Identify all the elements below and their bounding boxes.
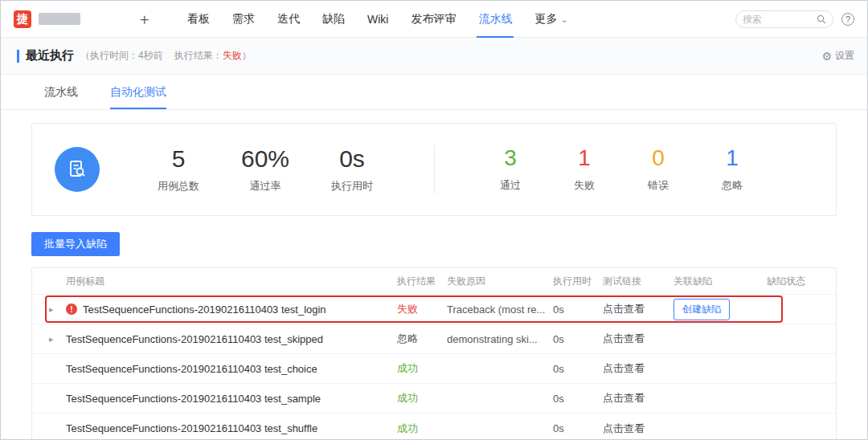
search-input[interactable] bbox=[743, 14, 810, 25]
case-title: TestSequenceFunctions-20190216110403 tes… bbox=[66, 422, 317, 434]
nav-item-release-review[interactable]: 发布评审 bbox=[409, 1, 457, 38]
column-test-link: 测试链接 bbox=[603, 275, 674, 288]
nav-item-iteration[interactable]: 迭代 bbox=[276, 1, 301, 38]
stat-total-cases: 5 用例总数 bbox=[149, 145, 207, 194]
execution-meta: （执行时间：4秒前执行结果：失败） bbox=[80, 49, 252, 63]
case-title-cell: TestSequenceFunctions-20190216110403 tes… bbox=[32, 422, 397, 434]
case-title-cell: TestSequenceFunctions-20190216110403 tes… bbox=[32, 393, 397, 405]
nav-menu: 看板 需求 迭代 缺陷 Wiki 发布评审 流水线 更多 ⌄ bbox=[176, 1, 579, 38]
view-test-link[interactable]: 点击查看 bbox=[603, 422, 674, 436]
nav-item-requirements[interactable]: 需求 bbox=[231, 1, 256, 38]
table-header-row: 用例标题 执行结果 失败原因 执行用时 测试链接 关联缺陷 缺陷状态 bbox=[32, 268, 836, 295]
meta-close: ） bbox=[242, 50, 252, 61]
related-defect-cell: 创建缺陷 bbox=[674, 299, 767, 320]
nav-item-defects[interactable]: 缺陷 bbox=[321, 1, 346, 38]
stat-label: 通过率 bbox=[236, 179, 294, 194]
expand-caret-icon[interactable]: ▸ bbox=[49, 304, 54, 315]
app-logo[interactable]: 捷 bbox=[14, 10, 31, 28]
duration-cell: 0s bbox=[553, 422, 603, 434]
table-row: TestSequenceFunctions-20190216110403 tes… bbox=[32, 384, 836, 414]
test-results-table: 用例标题 执行结果 失败原因 执行用时 测试链接 关联缺陷 缺陷状态 ▸ ! T… bbox=[31, 267, 837, 440]
stat-value: 1 bbox=[563, 146, 605, 171]
stats-totals: 5 用例总数 60% 通过率 0s 执行用时 bbox=[135, 145, 395, 194]
execution-result-value: 失败 bbox=[223, 50, 242, 61]
column-result: 执行结果 bbox=[397, 275, 447, 288]
result-cell: 失败 bbox=[397, 302, 447, 316]
case-title-cell: TestSequenceFunctions-20190216110403 tes… bbox=[32, 363, 397, 375]
duration-cell: 0s bbox=[553, 333, 603, 345]
test-report-icon bbox=[55, 147, 100, 192]
batch-import-defects-button[interactable]: 批量导入缺陷 bbox=[31, 232, 120, 256]
result-cell: 成功 bbox=[397, 391, 447, 405]
fail-reason-cell: demonstrating ski... bbox=[447, 333, 553, 345]
recent-execution-header: 最近执行 （执行时间：4秒前执行结果：失败） ⚙ 设置 bbox=[1, 38, 867, 75]
page-title: 最近执行 bbox=[26, 48, 74, 63]
project-name-redacted[interactable] bbox=[39, 13, 80, 25]
stat-value: 5 bbox=[149, 145, 207, 172]
stat-label: 忽略 bbox=[711, 178, 753, 193]
column-fail-reason: 失败原因 bbox=[447, 275, 553, 288]
search-icon bbox=[817, 14, 826, 24]
expand-caret-icon[interactable]: ▸ bbox=[49, 334, 54, 344]
stat-failed: 1 失败 bbox=[563, 146, 605, 193]
test-summary-card: 5 用例总数 60% 通过率 0s 执行用时 3 通过 1 失败 0 错误 1 … bbox=[31, 123, 837, 216]
stat-value: 1 bbox=[711, 146, 753, 171]
nav-item-wiki[interactable]: Wiki bbox=[366, 1, 390, 38]
search-box[interactable] bbox=[735, 10, 833, 28]
help-icon[interactable]: ? bbox=[841, 13, 854, 26]
view-test-link[interactable]: 点击查看 bbox=[603, 332, 674, 346]
top-navigation: 捷 ＋ 看板 需求 迭代 缺陷 Wiki 发布评审 流水线 更多 ⌄ ? bbox=[1, 1, 867, 38]
stats-divider bbox=[434, 145, 435, 194]
stat-label: 失败 bbox=[563, 178, 605, 193]
title-accent-bar bbox=[17, 50, 19, 63]
gear-icon: ⚙ bbox=[821, 50, 832, 63]
result-cell: 忽略 bbox=[397, 332, 447, 346]
view-test-link[interactable]: 点击查看 bbox=[603, 361, 674, 376]
column-defect-status: 缺陷状态 bbox=[767, 275, 836, 288]
stats-results: 3 通过 1 失败 0 错误 1 忽略 bbox=[473, 146, 769, 193]
stat-value: 3 bbox=[489, 146, 531, 171]
table-row: ▸ TestSequenceFunctions-20190216110403 t… bbox=[32, 324, 836, 354]
table-row: TestSequenceFunctions-20190216110403 tes… bbox=[32, 414, 836, 440]
settings-button[interactable]: ⚙ 设置 bbox=[821, 49, 854, 63]
create-button[interactable]: ＋ bbox=[137, 11, 152, 26]
nav-item-more-label: 更多 bbox=[534, 12, 557, 26]
duration-cell: 0s bbox=[553, 363, 603, 375]
result-cell: 成功 bbox=[397, 361, 447, 376]
stat-label: 错误 bbox=[637, 178, 679, 193]
fail-reason-cell: Traceback (most re... bbox=[447, 304, 553, 316]
settings-label: 设置 bbox=[835, 49, 854, 63]
duration-cell: 0s bbox=[553, 304, 603, 316]
stat-pass-rate: 60% 通过率 bbox=[236, 145, 294, 194]
stat-label: 用例总数 bbox=[149, 179, 207, 194]
tab-automated-testing[interactable]: 自动化测试 bbox=[110, 75, 166, 109]
create-defect-button[interactable]: 创建缺陷 bbox=[674, 299, 730, 320]
result-cell: 成功 bbox=[397, 422, 447, 436]
chevron-down-icon: ⌄ bbox=[560, 14, 567, 25]
column-duration: 执行用时 bbox=[553, 275, 603, 288]
case-title-cell: ▸ ! TestSequenceFunctions-20190216110403… bbox=[32, 304, 397, 316]
case-title: TestSequenceFunctions-20190216110403 tes… bbox=[83, 304, 326, 316]
content-tabs: 流水线 自动化测试 bbox=[1, 75, 867, 110]
error-icon: ! bbox=[66, 304, 77, 315]
stat-label: 执行用时 bbox=[323, 179, 381, 194]
view-test-link[interactable]: 点击查看 bbox=[603, 302, 674, 316]
nav-item-pipeline[interactable]: 流水线 bbox=[477, 1, 514, 38]
nav-item-more[interactable]: 更多 ⌄ bbox=[533, 1, 569, 38]
case-title: TestSequenceFunctions-20190216110403 tes… bbox=[66, 333, 323, 345]
table-row: ▸ ! TestSequenceFunctions-20190216110403… bbox=[32, 295, 836, 324]
case-title: TestSequenceFunctions-20190216110403 tes… bbox=[66, 393, 321, 405]
stat-ignored: 1 忽略 bbox=[711, 146, 753, 193]
case-title-cell: ▸ TestSequenceFunctions-20190216110403 t… bbox=[32, 333, 397, 345]
nav-item-kanban[interactable]: 看板 bbox=[186, 1, 211, 38]
tab-pipeline[interactable]: 流水线 bbox=[44, 75, 78, 109]
case-title: TestSequenceFunctions-20190216110403 tes… bbox=[66, 363, 317, 375]
execution-time-text: （执行时间：4秒前 bbox=[80, 50, 163, 61]
stat-passed: 3 通过 bbox=[489, 146, 531, 193]
column-case-title: 用例标题 bbox=[32, 275, 397, 288]
stat-value: 0 bbox=[637, 146, 679, 171]
stat-value: 0s bbox=[323, 145, 381, 172]
stat-duration: 0s 执行用时 bbox=[323, 145, 381, 194]
execution-result-label: 执行结果： bbox=[174, 50, 223, 61]
view-test-link[interactable]: 点击查看 bbox=[603, 391, 674, 405]
